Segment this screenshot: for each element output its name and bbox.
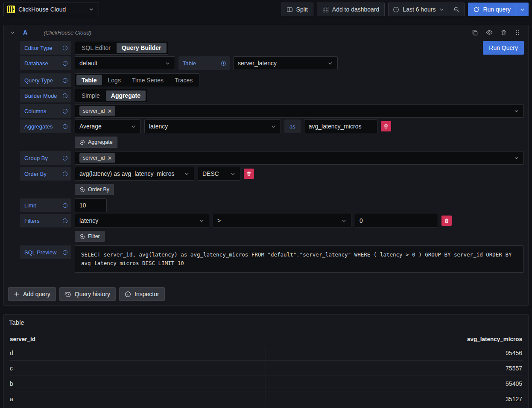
add-order-by-button[interactable]: Order By bbox=[75, 184, 114, 195]
chevron-down-icon bbox=[514, 108, 519, 114]
column-tag: server_id ✕ bbox=[79, 106, 115, 116]
table-result-panel: Table server_id avg_latency_micros d 954… bbox=[3, 314, 529, 408]
trash-icon bbox=[444, 218, 449, 223]
builder-mode-option-simple[interactable]: Simple bbox=[76, 90, 105, 101]
query-type-option-logs[interactable]: Logs bbox=[103, 75, 126, 85]
table-label: Table bbox=[178, 56, 230, 70]
database-label: Database bbox=[20, 56, 71, 70]
explore-footer: Add query Query history Inspector bbox=[4, 279, 528, 305]
plus-icon bbox=[14, 291, 20, 297]
info-icon[interactable] bbox=[62, 218, 68, 224]
table-header-row: server_id avg_latency_micros bbox=[9, 333, 523, 345]
info-icon[interactable] bbox=[62, 171, 68, 177]
cell-avg-latency: 95456 bbox=[266, 345, 523, 360]
editor-type-option-query-builder[interactable]: Query Builder bbox=[117, 43, 167, 53]
database-select[interactable]: default bbox=[75, 56, 175, 70]
collapse-chevron-icon[interactable] bbox=[10, 30, 15, 35]
split-button[interactable]: Split bbox=[281, 3, 313, 16]
time-picker-group: Last 6 hours bbox=[388, 3, 465, 16]
sql-preview-text: SELECT server_id, avg(latency) as avg_la… bbox=[75, 245, 524, 273]
remove-tag-icon[interactable]: ✕ bbox=[107, 108, 112, 114]
order-by-label: Order By bbox=[20, 167, 71, 181]
remove-order-by-button[interactable] bbox=[244, 169, 254, 179]
filter-operator-select[interactable]: > bbox=[213, 214, 351, 227]
cell-server-id: a bbox=[9, 391, 266, 406]
chevron-down-icon bbox=[341, 218, 347, 224]
builder-mode-radio-group: Simple Aggregate bbox=[75, 89, 147, 102]
aggregate-function-select[interactable]: Average bbox=[75, 119, 141, 133]
inspector-button[interactable]: Inspector bbox=[119, 287, 165, 301]
column-header-avg-latency-micros[interactable]: avg_latency_micros bbox=[266, 336, 523, 342]
query-builder-form: Editor Type SQL Editor Query Builder Dat… bbox=[4, 40, 528, 279]
filters-label: Filters bbox=[20, 214, 71, 227]
info-icon[interactable] bbox=[221, 61, 226, 66]
info-icon[interactable] bbox=[62, 108, 68, 114]
aggregates-label: Aggregates bbox=[20, 119, 71, 133]
add-aggregate-button[interactable]: Aggregate bbox=[75, 137, 117, 148]
zoom-out-time-button[interactable] bbox=[449, 3, 464, 16]
chevron-down-icon bbox=[271, 124, 276, 129]
run-query-dropdown-button[interactable] bbox=[516, 3, 529, 16]
aggregate-alias-input[interactable] bbox=[304, 119, 377, 133]
cell-server-id: c bbox=[9, 361, 266, 376]
query-type-option-time-series[interactable]: Time Series bbox=[127, 75, 169, 85]
columns-multiselect[interactable]: server_id ✕ bbox=[75, 104, 524, 118]
info-icon[interactable] bbox=[62, 78, 68, 83]
query-row-header: A (ClickHouse Cloud) bbox=[4, 25, 528, 40]
delete-query-trash-icon[interactable] bbox=[500, 29, 507, 36]
query-type-option-traces[interactable]: Traces bbox=[170, 75, 198, 85]
info-icon[interactable] bbox=[62, 61, 68, 66]
table-select[interactable]: server_latency bbox=[233, 56, 338, 70]
group-by-multiselect[interactable]: server_id ✕ bbox=[75, 151, 524, 165]
add-filter-button[interactable]: Filter bbox=[75, 231, 105, 242]
aggregate-column-select[interactable]: latency bbox=[144, 119, 281, 133]
info-icon[interactable] bbox=[62, 124, 68, 129]
query-history-button[interactable]: Query history bbox=[59, 287, 116, 301]
add-to-dashboard-label: Add to dashboard bbox=[332, 6, 380, 13]
info-icon[interactable] bbox=[62, 155, 68, 161]
filter-field-select[interactable]: latency bbox=[75, 214, 209, 227]
table-row: d 95456 bbox=[9, 345, 523, 360]
cell-avg-latency: 55405 bbox=[266, 376, 523, 391]
plus-circle-icon bbox=[79, 234, 85, 239]
duplicate-query-icon[interactable] bbox=[472, 29, 478, 36]
builder-mode-label: Builder Mode bbox=[20, 89, 71, 102]
info-icon[interactable] bbox=[62, 93, 68, 99]
query-type-option-table[interactable]: Table bbox=[76, 75, 102, 85]
datasource-picker[interactable]: ClickHouse Cloud bbox=[3, 3, 99, 16]
info-icon[interactable] bbox=[62, 250, 68, 255]
hide-query-eye-icon[interactable] bbox=[486, 29, 493, 36]
chevron-down-icon bbox=[520, 7, 525, 12]
remove-aggregate-button[interactable] bbox=[381, 121, 391, 131]
time-range-button[interactable]: Last 6 hours bbox=[389, 3, 449, 16]
table-row: c 75557 bbox=[9, 360, 523, 376]
drag-handle-icon[interactable] bbox=[514, 29, 520, 36]
remove-tag-icon[interactable]: ✕ bbox=[107, 155, 112, 161]
query-ref-id[interactable]: A bbox=[23, 29, 27, 36]
history-icon bbox=[65, 291, 71, 297]
remove-filter-button[interactable] bbox=[441, 216, 452, 226]
builder-mode-option-aggregate[interactable]: Aggregate bbox=[106, 90, 146, 101]
group-by-label: Group By bbox=[20, 151, 71, 165]
plus-circle-icon bbox=[79, 187, 85, 192]
order-by-direction-select[interactable]: DESC bbox=[198, 167, 240, 181]
limit-input[interactable] bbox=[75, 198, 107, 212]
chevron-down-icon bbox=[230, 171, 236, 177]
editor-type-option-sql-editor[interactable]: SQL Editor bbox=[76, 43, 116, 53]
info-icon[interactable] bbox=[62, 45, 68, 51]
info-icon[interactable] bbox=[62, 203, 68, 208]
run-query-button[interactable]: Run query bbox=[468, 3, 516, 16]
top-toolbar: ClickHouse Cloud Split Add to dashboard … bbox=[0, 0, 532, 19]
limit-label: Limit bbox=[20, 198, 71, 212]
chevron-down-icon bbox=[88, 6, 94, 12]
column-header-server-id[interactable]: server_id bbox=[9, 336, 266, 342]
query-editor-panel: A (ClickHouse Cloud) Run Query Editor Ty… bbox=[3, 25, 529, 306]
split-label: Split bbox=[296, 6, 308, 13]
chevron-down-icon bbox=[514, 155, 519, 161]
add-query-button[interactable]: Add query bbox=[8, 287, 56, 301]
order-by-field-select[interactable]: avg(latency) as avg_latency_micros bbox=[75, 167, 194, 181]
clickhouse-logo-icon bbox=[7, 6, 15, 13]
add-to-dashboard-button[interactable]: Add to dashboard bbox=[317, 3, 385, 16]
zoom-out-icon bbox=[453, 6, 460, 13]
filter-value-input[interactable] bbox=[355, 214, 438, 227]
